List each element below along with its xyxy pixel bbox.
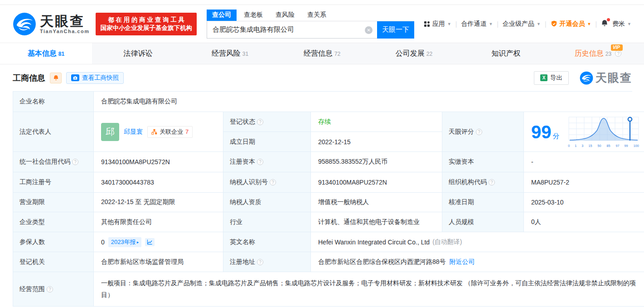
help-icon[interactable]: ? bbox=[270, 179, 276, 185]
tab-operation-count: 72 bbox=[334, 51, 340, 57]
tab-development[interactable]: 公司发展 22 bbox=[368, 43, 460, 64]
related-companies-label: 关联企业 bbox=[160, 128, 183, 136]
insured-count-value: 0 2023年报 ▸ bbox=[94, 232, 223, 252]
nav-open-vip[interactable]: 开通会员 ▼ bbox=[551, 20, 591, 28]
divider: | bbox=[595, 20, 597, 28]
search-tab-boss[interactable]: 查老板 bbox=[238, 10, 268, 21]
company-name-value: 合肥皖芯集成电路有限公司 bbox=[94, 92, 644, 112]
industry-label: 行业 bbox=[223, 212, 311, 232]
insured-count-label: 参保人数 bbox=[13, 232, 94, 252]
reg-status-label: 登记状态? bbox=[223, 112, 311, 132]
tab-ip[interactable]: 知识产权 bbox=[460, 43, 552, 64]
snapshot-button[interactable]: 查看工商快照 bbox=[66, 72, 124, 84]
staff-size-label: 人员规模 bbox=[442, 212, 524, 232]
org-code-value: MA8PU257-2 bbox=[524, 172, 644, 193]
tab-legal[interactable]: 法律诉讼 bbox=[92, 43, 184, 64]
tab-basic-info-count: 81 bbox=[58, 51, 64, 57]
related-companies-badge[interactable]: 关联企业 7 bbox=[147, 126, 193, 138]
tab-history-label: 历史信息 bbox=[575, 49, 604, 58]
help-icon[interactable]: ? bbox=[72, 159, 78, 165]
excel-icon: X bbox=[540, 74, 547, 81]
tab-operation-label: 经营信息 bbox=[304, 49, 333, 58]
taxpayer-quality-label: 纳税人资质 bbox=[223, 193, 311, 212]
help-icon[interactable]: ? bbox=[615, 50, 621, 57]
section-tabbar: 基本信息 81 法律诉讼 经营风险 31 经营信息 72 公司发展 22 知识产… bbox=[0, 43, 644, 64]
tab-risk-label: 经营风险 bbox=[212, 49, 241, 58]
business-term-label: 营业期限 bbox=[13, 193, 94, 212]
business-scope-value: 一般项目：集成电路芯片及产品制造；集成电路芯片及产品销售；集成电路芯片设计及服务… bbox=[94, 272, 644, 307]
vip-crown-icon bbox=[551, 20, 557, 27]
help-icon[interactable]: ? bbox=[47, 286, 53, 292]
section-toolbar: 工商信息 查看工商快照 X 导出 bbox=[13, 64, 632, 91]
top-divider bbox=[0, 0, 644, 5]
legal-rep-avatar[interactable]: 邱 bbox=[101, 123, 119, 141]
establish-date-label: 成立日期 bbox=[223, 132, 311, 152]
monitor-bell-button[interactable] bbox=[50, 73, 62, 83]
watermark-logo: 天眼查 bbox=[580, 70, 632, 85]
site-header: 天眼查 TianYanCha.com 都 在 用 的 商 业 查 询 工 具 国… bbox=[0, 5, 644, 43]
nav-partner[interactable]: 合作通道 ▼ bbox=[461, 20, 493, 28]
annual-report-link[interactable]: 2023年报 ▸ bbox=[108, 237, 141, 247]
nav-apps[interactable]: 应用 ▼ bbox=[424, 20, 451, 28]
search-tab-relation[interactable]: 查关系 bbox=[302, 10, 332, 21]
tab-legal-label: 法律诉讼 bbox=[124, 49, 153, 58]
english-name-value: Hefei Wanxin Integrated Circuit Co., Ltd… bbox=[311, 232, 644, 252]
establish-date-value: 2022-12-15 bbox=[311, 132, 442, 152]
tab-operation[interactable]: 经营信息 72 bbox=[276, 43, 368, 64]
tab-risk[interactable]: 经营风险 31 bbox=[184, 43, 276, 64]
nav-apps-label: 应用 bbox=[432, 20, 445, 28]
help-icon[interactable]: ? bbox=[257, 159, 263, 165]
taxpayer-id-value: 91340100MA8PU2572N bbox=[311, 172, 442, 193]
promo-banner: 都 在 用 的 商 业 查 询 工 具 国家中小企业发展子基金旗下机构 bbox=[96, 13, 197, 35]
divider: | bbox=[545, 20, 547, 28]
divider: | bbox=[455, 20, 457, 28]
trend-chart-button[interactable] bbox=[145, 238, 155, 246]
taxpayer-id-label: 纳税人识别号? bbox=[223, 172, 311, 193]
vip-badge: VIP bbox=[611, 44, 623, 51]
nav-user[interactable]: 费米 ▼ bbox=[612, 20, 631, 28]
tab-basic-info-label: 基本信息 bbox=[28, 49, 57, 58]
divider: | bbox=[497, 20, 499, 28]
paid-capital-label: 实缴资本 bbox=[442, 152, 524, 172]
help-icon[interactable]: ? bbox=[476, 129, 482, 135]
reg-address-value: 合肥市新站区合肥综合保税区内西淝河路88号 附近公司 bbox=[311, 252, 644, 272]
tab-basic-info[interactable]: 基本信息 81 bbox=[0, 43, 92, 64]
reg-capital-label: 注册资本? bbox=[223, 152, 311, 172]
paid-capital-value: - bbox=[524, 152, 644, 172]
notification-bell-icon[interactable] bbox=[601, 19, 608, 28]
search-input[interactable] bbox=[207, 21, 377, 39]
staff-size-value: 0人 bbox=[524, 212, 644, 232]
auto-translate-note: (自动翻译) bbox=[432, 238, 462, 246]
search-tab-risk[interactable]: 查风险 bbox=[270, 10, 300, 21]
help-icon[interactable]: ? bbox=[257, 119, 263, 125]
section-title: 工商信息 bbox=[13, 73, 45, 83]
legal-rep-name-link[interactable]: 邱显寰 bbox=[124, 128, 143, 136]
tyc-score-label: 天眼评分? bbox=[442, 112, 524, 152]
apps-grid-icon bbox=[424, 21, 430, 27]
help-icon[interactable]: ? bbox=[257, 259, 263, 265]
tab-risk-count: 31 bbox=[242, 51, 248, 57]
export-button[interactable]: X 导出 bbox=[534, 71, 569, 85]
nav-enterprise[interactable]: 企业级产品 ▼ bbox=[503, 20, 541, 28]
clear-search-icon[interactable]: ✕ bbox=[365, 26, 373, 34]
chevron-down-icon: ▼ bbox=[537, 22, 541, 26]
business-term-value: 2022-12-15 至 无固定期限 bbox=[94, 193, 223, 212]
search-tabs: 查公司 查老板 查风险 查关系 bbox=[207, 10, 414, 21]
approval-date-value: 2025-03-10 bbox=[524, 193, 644, 212]
company-type-label: 企业类型 bbox=[13, 212, 94, 232]
reg-capital-value: 958855.383552万人民币 bbox=[311, 152, 442, 172]
tab-history-count: 23 bbox=[605, 51, 611, 57]
header-nav: 应用 ▼ | 合作通道 ▼ | 企业级产品 ▼ | 开通会员 ▼ | bbox=[424, 19, 631, 28]
search-submit-button[interactable]: 天眼一下 bbox=[377, 21, 414, 39]
help-icon[interactable]: ? bbox=[489, 179, 495, 185]
tab-development-label: 公司发展 bbox=[396, 49, 425, 58]
brand-name: 天眼查 bbox=[40, 14, 89, 29]
tab-history[interactable]: VIP 历史信息 23 ? bbox=[552, 43, 644, 64]
snapshot-button-label: 查看工商快照 bbox=[82, 74, 119, 82]
legal-rep-label: 法定代表人 bbox=[13, 112, 94, 152]
tianyancha-logo[interactable]: 天眼查 TianYanCha.com bbox=[13, 12, 89, 36]
nearby-companies-link[interactable]: 附近公司 bbox=[450, 258, 475, 266]
business-scope-label: 经营范围? bbox=[13, 272, 94, 307]
search-tab-company[interactable]: 查公司 bbox=[207, 10, 237, 21]
reg-address-label: 注册地址? bbox=[223, 252, 311, 272]
